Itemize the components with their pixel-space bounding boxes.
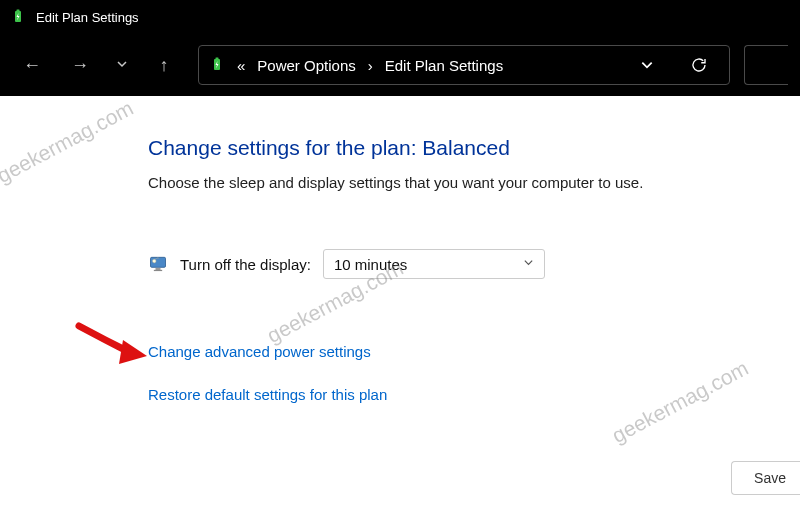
svg-rect-3 (216, 57, 219, 59)
save-button-label: Save (754, 470, 786, 486)
chevron-down-icon (116, 56, 128, 74)
chevron-down-icon (640, 58, 654, 72)
battery-icon (209, 56, 225, 75)
arrow-right-icon: → (71, 55, 89, 76)
refresh-button[interactable] (679, 45, 719, 85)
breadcrumb[interactable]: « Power Options › Edit Plan Settings (198, 45, 730, 85)
chevron-down-icon (523, 257, 534, 271)
arrow-up-icon: ↑ (160, 55, 169, 76)
page-title: Change settings for the plan: Balanced (148, 136, 800, 160)
breadcrumb-dropdown[interactable] (629, 58, 665, 72)
battery-icon (10, 8, 26, 27)
display-timeout-value: 10 minutes (334, 256, 407, 273)
refresh-icon (690, 56, 708, 74)
svg-point-7 (152, 259, 156, 263)
forward-button[interactable]: → (60, 45, 100, 85)
breadcrumb-item-edit-plan[interactable]: Edit Plan Settings (385, 57, 503, 74)
page-subtitle: Choose the sleep and display settings th… (148, 174, 800, 191)
breadcrumb-separator-icon: › (366, 57, 375, 74)
navigation-bar: ← → ↑ « Power Options › Edit Plan Settin… (0, 34, 800, 96)
arrow-left-icon: ← (23, 55, 41, 76)
up-button[interactable]: ↑ (144, 45, 184, 85)
svg-rect-1 (17, 9, 20, 11)
back-button[interactable]: ← (12, 45, 52, 85)
main-content: Change settings for the plan: Balanced C… (0, 96, 800, 403)
search-input[interactable] (744, 45, 788, 85)
monitor-icon (148, 254, 168, 274)
svg-rect-5 (156, 268, 161, 270)
display-timeout-label: Turn off the display: (180, 256, 311, 273)
save-button[interactable]: Save (731, 461, 800, 495)
title-bar: Edit Plan Settings (0, 0, 800, 34)
svg-rect-6 (154, 270, 162, 271)
display-timeout-select[interactable]: 10 minutes (323, 249, 545, 279)
breadcrumb-prefix: « (235, 57, 247, 74)
advanced-power-settings-link[interactable]: Change advanced power settings (148, 343, 800, 360)
display-timeout-row: Turn off the display: 10 minutes (148, 249, 800, 279)
recent-locations-button[interactable] (108, 45, 136, 85)
breadcrumb-item-power-options[interactable]: Power Options (257, 57, 355, 74)
window-title: Edit Plan Settings (36, 10, 139, 25)
restore-defaults-link[interactable]: Restore default settings for this plan (148, 386, 800, 403)
